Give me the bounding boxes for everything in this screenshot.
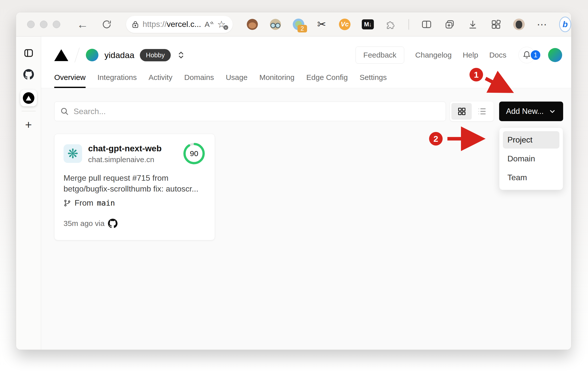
search-input[interactable] <box>73 107 440 116</box>
bing-glyph: b <box>559 17 571 32</box>
search-box[interactable] <box>54 102 446 121</box>
grid-view-icon <box>457 107 466 116</box>
vc-extension-icon[interactable]: Vc <box>339 18 351 30</box>
commit-line-1: Merge pull request #715 from <box>64 173 204 183</box>
reader-label: A <box>205 21 210 28</box>
search-icon <box>60 107 69 116</box>
vc-label: Vc <box>339 19 350 30</box>
apps-sidebar-icon[interactable] <box>490 18 502 30</box>
close-window-button[interactable] <box>27 21 35 28</box>
bing-chat-icon[interactable]: b <box>559 18 571 30</box>
annotation-number-2: 2 <box>434 134 438 144</box>
dropdown-item-domain[interactable]: Domain <box>503 150 559 167</box>
breadcrumb-slash <box>74 48 80 63</box>
browser-sidebar: + <box>16 36 41 350</box>
collections-icon[interactable] <box>444 18 456 30</box>
tab-overview[interactable]: Overview <box>54 73 86 88</box>
markdown-extension-icon[interactable]: M↓ <box>362 18 374 30</box>
list-view-button[interactable] <box>472 103 492 120</box>
desktop-background: ← https://vercel.c... A ☆ + <box>0 0 588 371</box>
docs-link[interactable]: Docs <box>489 51 506 59</box>
extension-row: 2 ✂ Vc M↓ ⋯ b <box>246 18 571 30</box>
extensions-puzzle-icon[interactable] <box>385 18 397 30</box>
notifications-button[interactable]: 1 <box>518 47 541 63</box>
tab-edge-config[interactable]: Edge Config <box>306 73 348 88</box>
back-icon[interactable]: ← <box>77 18 88 31</box>
add-new-label: Add New... <box>506 107 544 116</box>
add-new-button[interactable]: Add New... <box>499 102 563 121</box>
tab-activity[interactable]: Activity <box>149 73 172 88</box>
dropdown-item-project[interactable]: Project <box>503 131 559 149</box>
more-menu-icon[interactable]: ⋯ <box>536 18 548 30</box>
grid-view-button[interactable] <box>451 103 472 120</box>
user-avatar[interactable] <box>548 48 562 62</box>
reload-icon[interactable] <box>101 19 112 30</box>
browser-window: ← https://vercel.c... A ☆ + <box>16 12 571 350</box>
team-name[interactable]: yidadaa <box>104 50 134 60</box>
project-domain[interactable]: chat.simplenaive.cn <box>88 155 183 164</box>
notification-count-badge: 1 <box>530 50 541 61</box>
feedback-button[interactable]: Feedback <box>356 47 404 64</box>
browser-body: + yidadaa Hobby Feedback Changelog Hel <box>16 36 571 350</box>
vercel-logo[interactable] <box>54 49 68 61</box>
new-tab-button[interactable]: + <box>25 118 32 131</box>
downloads-icon[interactable] <box>467 18 479 30</box>
tab-settings[interactable]: Settings <box>360 73 387 88</box>
split-screen-icon[interactable] <box>421 18 433 30</box>
vercel-tab-active[interactable] <box>20 90 37 106</box>
extension-count-badge: 2 <box>298 25 307 32</box>
zoom-window-button[interactable] <box>53 21 60 28</box>
profile-avatar[interactable] <box>513 18 525 30</box>
branch-name: main <box>97 199 115 207</box>
reader-waves <box>210 21 214 27</box>
tab-monitoring[interactable]: Monitoring <box>259 73 295 88</box>
url-text: https://vercel.c... <box>143 20 201 29</box>
team-switcher-icon[interactable] <box>177 51 185 59</box>
deployment-meta: 35m ago via <box>64 219 206 228</box>
commit-message: Merge pull request #715 from betgo/bugfi… <box>64 173 204 194</box>
read-aloud-icon[interactable]: A <box>205 21 214 28</box>
scissors-extension-icon[interactable]: ✂ <box>316 18 328 30</box>
vercel-favicon <box>23 92 34 104</box>
site-header: yidadaa Hobby Feedback Changelog Help Do… <box>41 36 571 88</box>
team-avatar[interactable] <box>86 49 98 61</box>
project-name[interactable]: chat-gpt-next-web <box>88 144 183 153</box>
score-value: 90 <box>183 142 206 165</box>
github-tab-icon[interactable] <box>23 69 34 80</box>
deployed-time: 35m ago via <box>64 219 104 228</box>
sidebar-panel-toggle-icon[interactable] <box>24 48 34 58</box>
list-view-icon <box>477 107 487 116</box>
view-toggle <box>450 102 494 121</box>
actions-row: Add New... <box>54 102 563 121</box>
star-plus-badge: + <box>223 25 228 30</box>
dropdown-item-team[interactable]: Team <box>503 169 559 186</box>
git-branch-icon <box>64 199 71 207</box>
branch-label: From <box>75 198 93 208</box>
score-indicator: 90 <box>183 142 206 165</box>
tampermonkey-extension-icon[interactable] <box>246 18 258 30</box>
address-bar[interactable]: https://vercel.c... A ☆ + <box>126 16 233 33</box>
markdown-label: M↓ <box>362 19 374 29</box>
changelog-link[interactable]: Changelog <box>415 51 452 59</box>
minimize-window-button[interactable] <box>40 21 47 28</box>
tab-integrations[interactable]: Integrations <box>97 73 137 88</box>
chevron-down-icon <box>549 108 556 115</box>
annotation-circle-2 <box>429 132 443 146</box>
add-favorite-icon[interactable]: ☆ + <box>217 19 227 29</box>
window-controls <box>27 21 60 28</box>
project-card[interactable]: ❋ chat-gpt-next-web chat.simplenaive.cn … <box>54 134 215 240</box>
badge-extension-icon[interactable]: 2 <box>292 18 305 30</box>
plan-badge: Hobby <box>140 49 171 61</box>
avatar-extension-icon[interactable] <box>269 18 281 30</box>
sidebar-divider <box>22 111 36 111</box>
tab-usage[interactable]: Usage <box>226 73 248 88</box>
add-new-dropdown: Project Domain Team <box>499 127 563 190</box>
lock-icon <box>132 20 139 29</box>
help-link[interactable]: Help <box>463 51 478 59</box>
dashboard-tabs: Overview Integrations Activity Domains U… <box>54 73 387 88</box>
github-icon <box>108 219 117 228</box>
tab-domains[interactable]: Domains <box>184 73 214 88</box>
vercel-dashboard: yidadaa Hobby Feedback Changelog Help Do… <box>41 36 571 350</box>
reload-glyph <box>101 19 112 30</box>
toolbar-divider <box>408 19 409 30</box>
